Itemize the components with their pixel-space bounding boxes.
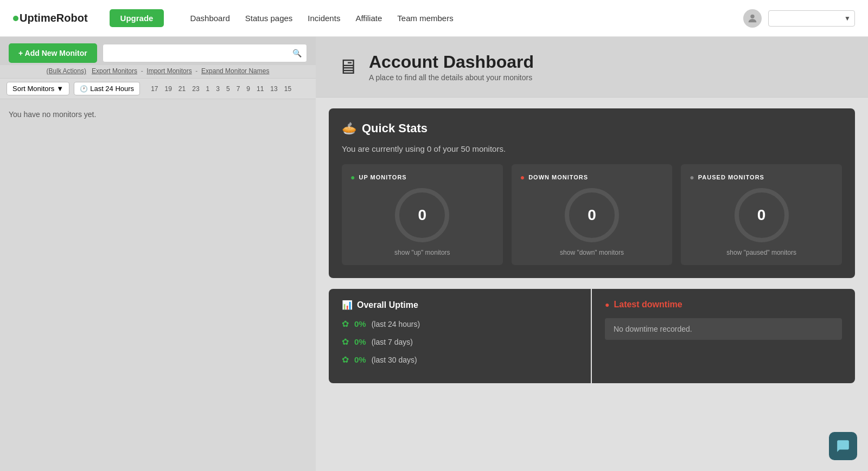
uptime-card-title: 📊 Overall Uptime — [342, 300, 578, 310]
main-content: 🖥 Account Dashboard A place to find all … — [316, 37, 868, 471]
uptime-percent-24h: 0% — [354, 319, 366, 328]
page-num-9[interactable]: 9 — [244, 84, 252, 94]
uptime-percent-7d: 0% — [354, 337, 366, 346]
down-monitors-circle: 0 — [565, 188, 619, 242]
paused-monitors-count: 0 — [757, 207, 766, 224]
nav-link-incidents[interactable]: Incidents — [308, 14, 340, 23]
dashboard-subtitle: A place to find all the details about yo… — [369, 73, 534, 82]
export-monitors-link[interactable]: Export Monitors — [92, 67, 137, 75]
no-downtime-text: No downtime recorded. — [614, 325, 692, 333]
uptime-row-24h: ✿ 0% (last 24 hours) — [342, 319, 578, 329]
logo-dot — [13, 16, 18, 21]
time-filter-button[interactable]: 🕐 Last 24 Hours — [74, 82, 140, 95]
nav-links: Dashboard Status pages Incidents Affilia… — [190, 14, 726, 23]
page-num-7[interactable]: 7 — [234, 84, 242, 94]
time-filter-label: Last 24 Hours — [90, 85, 134, 93]
stats-grid: ● UP MONITORS 0 show "up" monitors ● DOW… — [342, 164, 842, 265]
downtime-card-title: ● Latest downtime — [605, 300, 842, 309]
avatar[interactable] — [743, 9, 762, 28]
page-num-1[interactable]: 1 — [204, 84, 212, 94]
show-up-monitors-link[interactable]: show "up" monitors — [350, 249, 494, 256]
account-select[interactable] — [768, 10, 855, 27]
downtime-card: ● Latest downtime No downtime recorded. — [592, 289, 855, 383]
nav-link-affiliate[interactable]: Affiliate — [355, 14, 382, 23]
uptime-period-7d: (last 7 days) — [372, 338, 413, 346]
uptime-row-30d: ✿ 0% (last 30 days) — [342, 354, 578, 365]
page-num-3[interactable]: 3 — [214, 84, 222, 94]
uptime-percent-30d: 0% — [354, 355, 366, 364]
logo-text: UptimeRobot — [20, 12, 88, 24]
chat-bubble[interactable] — [829, 432, 857, 460]
expand-names-link[interactable]: Expand Monitor Names — [201, 67, 269, 75]
sort-dropdown-icon: ▼ — [56, 85, 63, 93]
bulk-actions-link[interactable]: (Bulk Actions) — [47, 67, 86, 75]
uptime-card: 📊 Overall Uptime ✿ 0% (last 24 hours) ✿ … — [329, 289, 591, 383]
uptime-star-icon-24h: ✿ — [342, 319, 349, 329]
dashboard-title: Account Dashboard — [369, 52, 534, 72]
layout: + Add New Monitor 🔍 (Bulk Actions) Expor… — [0, 37, 868, 471]
search-icon: 🔍 — [292, 49, 302, 57]
page-numbers: 17 19 21 23 1 3 5 7 9 11 13 15 — [149, 84, 293, 94]
sidebar-toolbar: + Add New Monitor 🔍 — [0, 37, 316, 65]
page-num-21[interactable]: 21 — [176, 84, 188, 94]
uptime-star-icon-7d: ✿ — [342, 337, 349, 347]
sort-monitors-label: Sort Monitors — [12, 85, 54, 93]
sidebar-actions: (Bulk Actions) Export Monitors - Import … — [0, 65, 316, 78]
import-monitors-link[interactable]: Import Monitors — [146, 67, 192, 75]
page-num-15[interactable]: 15 — [282, 84, 293, 94]
up-monitors-circle: 0 — [395, 188, 449, 242]
dashboard-header-text: Account Dashboard A place to find all th… — [369, 52, 534, 82]
no-monitors-message: You have no monitors yet. — [0, 99, 316, 130]
paused-monitors-circle-wrapper: 0 — [690, 188, 833, 242]
show-down-monitors-link[interactable]: show "down" monitors — [520, 249, 664, 256]
bar-chart-icon: 📊 — [342, 300, 353, 310]
paused-monitors-circle: 0 — [735, 188, 789, 242]
page-num-17[interactable]: 17 — [149, 84, 160, 94]
up-monitors-count: 0 — [418, 207, 427, 224]
page-num-23[interactable]: 23 — [190, 84, 201, 94]
downtime-dot-icon: ● — [605, 300, 609, 309]
down-monitors-count: 0 — [588, 207, 596, 224]
monitor-icon: 🖥 — [337, 55, 358, 79]
monitor-usage: You are currently using 0 of your 50 mon… — [342, 144, 842, 153]
down-monitors-label: ● DOWN MONITORS — [520, 173, 664, 182]
down-monitors-circle-wrapper: 0 — [520, 188, 664, 242]
svg-point-0 — [750, 14, 754, 18]
quick-stats-card: 🥧 Quick Stats You are currently using 0 … — [329, 108, 855, 278]
add-monitor-button[interactable]: + Add New Monitor — [9, 43, 97, 63]
top-nav: UptimeRobot Upgrade Dashboard Status pag… — [0, 0, 868, 37]
show-paused-monitors-link[interactable]: show "paused" monitors — [690, 249, 833, 256]
quick-stats-title: Quick Stats — [362, 121, 427, 136]
page-num-11[interactable]: 11 — [254, 84, 266, 94]
bottom-grid: 📊 Overall Uptime ✿ 0% (last 24 hours) ✿ … — [329, 289, 855, 383]
up-dot-icon: ● — [350, 173, 355, 182]
uptime-period-24h: (last 24 hours) — [372, 320, 420, 328]
uptime-period-30d: (last 30 days) — [372, 356, 417, 364]
page-num-13[interactable]: 13 — [268, 84, 279, 94]
quick-stats-header: 🥧 Quick Stats — [342, 121, 842, 136]
down-monitors-card: ● DOWN MONITORS 0 show "down" monitors — [512, 164, 673, 265]
down-dot-icon: ● — [520, 173, 525, 182]
search-input[interactable] — [103, 44, 307, 62]
paused-monitors-label: ● PAUSED MONITORS — [690, 173, 833, 182]
logo[interactable]: UptimeRobot — [13, 12, 88, 24]
up-monitors-circle-wrapper: 0 — [350, 188, 494, 242]
page-num-5[interactable]: 5 — [224, 84, 232, 94]
sort-monitors-button[interactable]: Sort Monitors ▼ — [7, 82, 69, 95]
page-num-19[interactable]: 19 — [162, 84, 174, 94]
clock-icon: 🕐 — [80, 85, 88, 93]
nav-right: ▼ — [743, 9, 855, 28]
pie-chart-icon: 🥧 — [342, 121, 356, 136]
no-downtime-box: No downtime recorded. — [605, 318, 842, 340]
nav-link-team-members[interactable]: Team members — [397, 14, 453, 23]
uptime-row-7d: ✿ 0% (last 7 days) — [342, 337, 578, 347]
up-monitors-card: ● UP MONITORS 0 show "up" monitors — [342, 164, 503, 265]
uptime-star-icon-30d: ✿ — [342, 354, 349, 365]
nav-link-status-pages[interactable]: Status pages — [245, 14, 293, 23]
up-monitors-label: ● UP MONITORS — [350, 173, 494, 182]
nav-link-dashboard[interactable]: Dashboard — [190, 14, 229, 23]
sidebar: + Add New Monitor 🔍 (Bulk Actions) Expor… — [0, 37, 316, 471]
upgrade-button[interactable]: Upgrade — [110, 9, 164, 27]
dashboard-header: 🖥 Account Dashboard A place to find all … — [316, 37, 868, 98]
account-dropdown[interactable]: ▼ — [768, 10, 855, 27]
